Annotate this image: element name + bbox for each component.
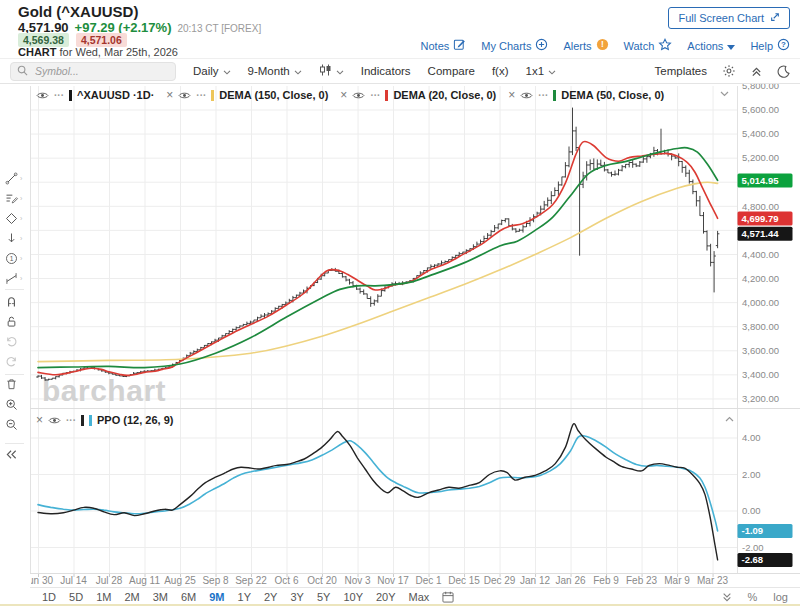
- toolbar-item-compare[interactable]: Compare: [428, 65, 475, 77]
- log-scale-toggle[interactable]: log: [773, 591, 788, 603]
- more-options-icon[interactable]: ···: [54, 90, 64, 101]
- period-3m[interactable]: 3M: [153, 591, 168, 603]
- period-max[interactable]: Max: [409, 591, 430, 603]
- rail-separator: [5, 443, 24, 444]
- remove-indicator-icon[interactable]: ×: [36, 414, 43, 426]
- zoom-out-icon[interactable]: [4, 415, 26, 433]
- eye-visibility-icon[interactable]: [178, 91, 191, 100]
- quote-time: 20:13 CT [FOREX]: [177, 23, 261, 34]
- notes-icon: [453, 38, 466, 53]
- svg-text:4,000.00: 4,000.00: [742, 297, 779, 308]
- eye-visibility-icon[interactable]: [48, 416, 61, 425]
- templates-button[interactable]: Templates: [655, 65, 707, 77]
- remove-indicator-icon[interactable]: ×: [166, 89, 173, 101]
- svg-text:Aug 11: Aug 11: [129, 575, 160, 586]
- series-color-chip: [211, 90, 214, 101]
- svg-text:Sep 22: Sep 22: [235, 575, 267, 586]
- more-options-icon[interactable]: ···: [370, 90, 380, 101]
- header-link-alerts[interactable]: Alerts!: [563, 38, 608, 53]
- toolbar-item-fx[interactable]: f(x): [492, 65, 509, 77]
- lock-drawings-icon[interactable]: [4, 312, 26, 330]
- svg-text:5,400.00: 5,400.00: [742, 128, 779, 139]
- delete-drawings-icon[interactable]: [4, 375, 26, 393]
- header-link-label: Notes: [421, 40, 450, 52]
- full-screen-chart-button[interactable]: Full Screen Chart: [668, 7, 790, 29]
- period-1d[interactable]: 1D: [42, 591, 56, 603]
- svg-text:-1.09: -1.09: [742, 525, 764, 536]
- period-3y[interactable]: 3Y: [290, 591, 303, 603]
- scroll-down-chevrons-icon[interactable]: [722, 592, 732, 602]
- svg-text:1: 1: [10, 255, 14, 262]
- period-5d[interactable]: 5D: [69, 591, 83, 603]
- svg-text:Jul 14: Jul 14: [60, 575, 87, 586]
- header-link-actions[interactable]: Actions: [687, 40, 735, 52]
- period-2m[interactable]: 2M: [124, 591, 139, 603]
- price-axis-label-last: 4,571.44: [738, 227, 793, 241]
- header-link-watch[interactable]: Watch: [624, 38, 673, 53]
- measure-tool-icon[interactable]: ›: [4, 269, 26, 287]
- collapse-toolbar-icon[interactable]: [4, 445, 26, 463]
- collapse-panel-icon[interactable]: [751, 66, 762, 77]
- toolbar-item-label: 1x1: [526, 65, 545, 77]
- barchart-chart-page: barchart5,800.005,600.005,400.005,200.00…: [0, 0, 800, 606]
- svg-text:4,699.79: 4,699.79: [742, 213, 779, 224]
- percent-scale-toggle[interactable]: %: [748, 591, 758, 603]
- shapes-tool-icon[interactable]: ›: [4, 209, 26, 227]
- calendar-icon[interactable]: [442, 591, 454, 603]
- more-options-icon[interactable]: ···: [66, 415, 76, 426]
- period-10y[interactable]: 10Y: [343, 591, 363, 603]
- eye-visibility-icon[interactable]: [520, 91, 533, 100]
- gear-icon[interactable]: [722, 64, 736, 78]
- chart-for-line: CHART for Wed, Mar 25th, 2026: [18, 46, 178, 58]
- period-9m[interactable]: 9M: [209, 591, 224, 603]
- chart-toolbar: Daily 9-Month IndicatorsComparef(x)1x1 T…: [0, 59, 800, 84]
- ppo-pane-collapse-icon[interactable]: [725, 416, 734, 422]
- period-6m[interactable]: 6M: [181, 591, 196, 603]
- more-options-icon[interactable]: ···: [196, 90, 206, 101]
- ppo-legend: ×···PPO (12, 26, 9): [36, 414, 173, 426]
- remove-indicator-icon[interactable]: ×: [340, 89, 347, 101]
- eye-visibility-icon[interactable]: [36, 91, 49, 100]
- more-options-icon[interactable]: ···: [538, 90, 548, 101]
- svg-text:Dec 15: Dec 15: [448, 575, 480, 586]
- main-chart-legend: ···^XAUUSD ·1D·×···DEMA (150, Close, 0)×…: [36, 89, 664, 101]
- indicator-legend-label: DEMA (50, Close, 0): [561, 89, 664, 101]
- toolbar-item-indicators[interactable]: Indicators: [361, 65, 411, 77]
- trendline-tool-icon[interactable]: ›: [4, 169, 26, 187]
- magnet-mode-icon[interactable]: [4, 292, 26, 310]
- x-axis-labels: Jun 30Jul 14Jul 28Aug 11Aug 25Sep 8Sep 2…: [23, 574, 729, 586]
- header-link-label: Actions: [687, 40, 723, 52]
- remove-indicator-icon[interactable]: ×: [508, 89, 515, 101]
- eye-visibility-icon[interactable]: [352, 91, 365, 100]
- draw-tools-icon[interactable]: ›: [4, 189, 26, 207]
- symbol-search[interactable]: [10, 62, 176, 81]
- period-1y[interactable]: 1Y: [238, 591, 251, 603]
- svg-text:3,600.00: 3,600.00: [742, 345, 779, 356]
- symbol-search-input[interactable]: [33, 64, 169, 78]
- svg-text:Dec 29: Dec 29: [484, 575, 516, 586]
- chart-type-dropdown[interactable]: [319, 64, 344, 78]
- dark-mode-moon-icon[interactable]: [777, 65, 790, 78]
- interval-dropdown[interactable]: Daily: [193, 65, 231, 77]
- header-link-my-charts[interactable]: My Charts: [481, 38, 548, 53]
- header-link-notes[interactable]: Notes: [421, 38, 467, 53]
- main-pane-collapse-icon[interactable]: [720, 91, 729, 97]
- number-marker-tool-icon[interactable]: 1›: [4, 249, 26, 267]
- rail-separator: [5, 289, 24, 290]
- toolbar-item-1x1[interactable]: 1x1: [526, 65, 557, 77]
- expand-icon: [770, 12, 780, 24]
- svg-text:Jan 12: Jan 12: [520, 575, 550, 586]
- arrow-annotation-tool-icon[interactable]: ›: [4, 229, 26, 247]
- toolbar-right: Templates: [655, 64, 790, 78]
- star-icon: [658, 38, 672, 53]
- zoom-in-icon[interactable]: [4, 395, 26, 413]
- period-1m[interactable]: 1M: [96, 591, 111, 603]
- period-5y[interactable]: 5Y: [317, 591, 330, 603]
- header-link-help[interactable]: Help?: [750, 38, 790, 53]
- header-links: NotesMy ChartsAlerts!WatchActionsHelp?: [421, 38, 790, 53]
- period-20y[interactable]: 20Y: [376, 591, 396, 603]
- range-dropdown[interactable]: 9-Month: [248, 65, 302, 77]
- svg-text:3,400.00: 3,400.00: [742, 369, 779, 380]
- period-2y[interactable]: 2Y: [264, 591, 277, 603]
- svg-text:0.00: 0.00: [742, 505, 761, 516]
